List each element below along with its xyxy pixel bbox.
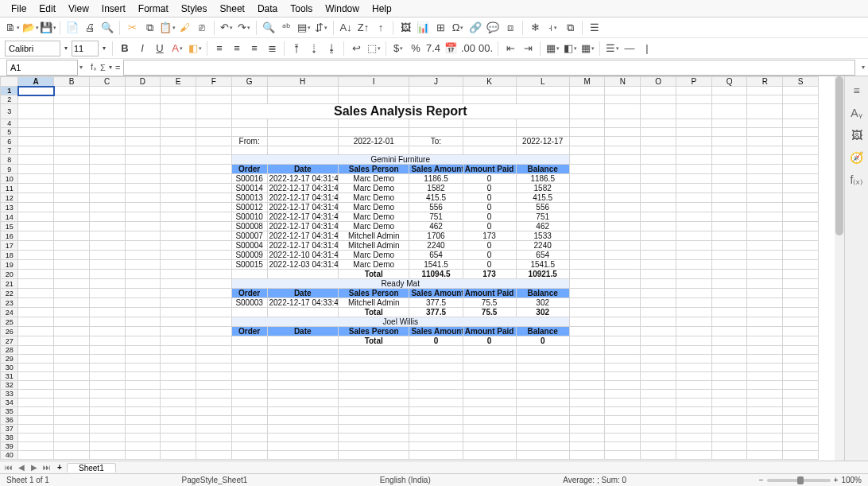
cell[interactable] <box>196 372 232 381</box>
cell[interactable] <box>125 327 161 336</box>
cell[interactable] <box>161 346 196 355</box>
cell[interactable] <box>161 137 196 146</box>
cell[interactable] <box>747 146 783 155</box>
cell[interactable] <box>89 346 125 355</box>
cell[interactable] <box>747 87 783 95</box>
cell[interactable] <box>196 260 232 270</box>
cell[interactable] <box>161 270 196 279</box>
row-header-14[interactable]: 14 <box>1 212 18 222</box>
font-size-input[interactable] <box>72 41 99 56</box>
cell[interactable] <box>125 355 161 364</box>
border-color-button[interactable]: ◧ <box>562 41 578 56</box>
cell[interactable] <box>711 222 747 231</box>
cell[interactable] <box>463 346 516 355</box>
cell[interactable] <box>747 442 783 451</box>
cell[interactable]: 2022-12-17 04:31:41 <box>267 184 338 193</box>
cell[interactable]: 1533 <box>516 231 569 241</box>
cell[interactable]: 0 <box>463 184 516 193</box>
cell[interactable] <box>641 355 676 364</box>
col-header-D[interactable]: D <box>125 77 161 87</box>
cell[interactable] <box>605 119 641 128</box>
cell[interactable] <box>676 95 711 104</box>
new-button[interactable]: 🗎 <box>5 20 21 36</box>
comment-button[interactable]: 💬 <box>485 20 501 36</box>
col-header-K[interactable]: K <box>463 77 516 87</box>
cell[interactable] <box>267 95 338 104</box>
cell[interactable] <box>605 346 641 355</box>
cell[interactable] <box>676 355 711 364</box>
row-header-20[interactable]: 20 <box>1 270 18 279</box>
cell[interactable] <box>783 87 819 95</box>
cell[interactable] <box>54 231 90 241</box>
cell[interactable] <box>196 364 232 372</box>
row-header-37[interactable]: 37 <box>1 425 18 434</box>
sheet-tab-1[interactable]: Sheet1 <box>67 463 116 472</box>
cell[interactable]: 2022-12-17 04:31:41 <box>267 241 338 251</box>
cell[interactable] <box>641 346 676 355</box>
currency-button[interactable]: $ <box>390 41 406 56</box>
cell[interactable] <box>676 364 711 372</box>
cell[interactable] <box>18 355 54 364</box>
cell[interactable]: 0 <box>463 241 516 251</box>
cell[interactable] <box>516 146 569 155</box>
row-header-23[interactable]: 23 <box>1 298 18 308</box>
cell[interactable] <box>267 364 338 372</box>
cell[interactable] <box>89 372 125 381</box>
row-header-32[interactable]: 32 <box>1 381 18 390</box>
cell[interactable] <box>641 327 676 336</box>
cell[interactable] <box>676 279 711 289</box>
cell[interactable] <box>54 270 90 279</box>
cell[interactable] <box>231 87 267 95</box>
cell[interactable] <box>605 381 641 390</box>
cell[interactable] <box>711 137 747 146</box>
cell[interactable] <box>641 174 676 184</box>
cell[interactable] <box>89 241 125 251</box>
row-header-3[interactable]: 3 <box>1 104 18 119</box>
cell[interactable] <box>569 434 605 442</box>
cell[interactable] <box>711 317 747 327</box>
cell[interactable] <box>54 390 90 399</box>
cell[interactable] <box>161 128 196 137</box>
cell[interactable] <box>89 155 125 165</box>
cell[interactable] <box>463 119 516 128</box>
cell[interactable] <box>338 407 409 416</box>
cell[interactable] <box>747 155 783 165</box>
cell[interactable] <box>711 87 747 95</box>
cell[interactable] <box>231 364 267 372</box>
cell[interactable] <box>569 174 605 184</box>
percent-button[interactable]: % <box>408 41 424 56</box>
cell[interactable]: 0 <box>463 212 516 222</box>
cell[interactable] <box>18 442 54 451</box>
cell[interactable] <box>267 451 338 460</box>
cell[interactable]: Total <box>338 270 409 279</box>
function-wizard-button[interactable]: fₓ <box>91 62 97 72</box>
cell[interactable]: 462 <box>516 222 569 231</box>
cell[interactable]: 2022-12-17 04:31:41 <box>267 231 338 241</box>
cell[interactable]: 377.5 <box>409 308 463 317</box>
cell[interactable]: 2022-12-17 04:33:46 <box>267 298 338 308</box>
cell[interactable] <box>711 425 747 434</box>
clear-formatting-button[interactable]: ⎚ <box>194 20 210 36</box>
valign-bottom-button[interactable]: ⭳ <box>324 41 339 56</box>
paste-button[interactable]: 📋 <box>159 20 175 36</box>
cell[interactable] <box>338 425 409 434</box>
cell[interactable]: Date <box>267 327 338 336</box>
cell[interactable] <box>605 146 641 155</box>
cell[interactable]: 415.5 <box>409 193 463 203</box>
cell[interactable] <box>54 425 90 434</box>
cell[interactable] <box>569 289 605 298</box>
cell[interactable]: To: <box>409 137 463 146</box>
cell[interactable] <box>196 87 232 95</box>
cell[interactable] <box>89 416 125 425</box>
cell[interactable] <box>463 95 516 104</box>
cell[interactable]: 2240 <box>409 241 463 251</box>
print-button[interactable]: 🖨 <box>82 20 98 36</box>
cell[interactable] <box>569 137 605 146</box>
cell[interactable] <box>569 270 605 279</box>
cell[interactable] <box>18 317 54 327</box>
cell[interactable] <box>747 355 783 364</box>
cell[interactable] <box>231 442 267 451</box>
cell[interactable] <box>54 165 90 174</box>
cell[interactable] <box>267 119 338 128</box>
cell[interactable] <box>231 434 267 442</box>
